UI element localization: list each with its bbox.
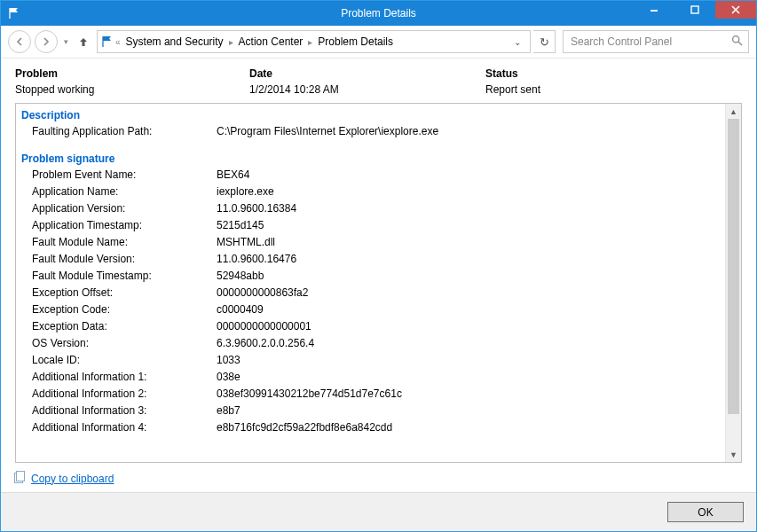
- detail-row: Exception Code:c0000409: [21, 301, 736, 318]
- detail-val: 1033: [217, 352, 736, 369]
- svg-rect-0: [651, 10, 658, 12]
- detail-key: Fault Module Version:: [21, 251, 217, 268]
- detail-row: Exception Data:0000000000000001: [21, 318, 736, 335]
- navigation-bar: ▾ « System and Security ▸ Action Center …: [1, 26, 756, 59]
- breadcrumb-dropdown-button[interactable]: ⌄: [509, 37, 526, 47]
- detail-key: Application Version:: [21, 200, 217, 217]
- detail-val: 11.0.9600.16476: [217, 251, 736, 268]
- detail-val: BEX64: [217, 167, 736, 184]
- window-controls: [634, 1, 756, 26]
- summary-head-status: Status: [485, 67, 742, 80]
- dialog-button-row: OK: [1, 492, 756, 531]
- detail-row: Fault Module Version:11.0.9600.16476: [21, 251, 736, 268]
- detail-key: Fault Module Name:: [21, 234, 217, 251]
- chevron-right-icon: ▸: [229, 37, 233, 47]
- detail-row: Fault Module Timestamp:52948abb: [21, 268, 736, 285]
- detail-val: 038e: [217, 369, 736, 386]
- detail-key: Locale ID:: [21, 352, 217, 369]
- breadcrumb[interactable]: « System and Security ▸ Action Center ▸ …: [97, 30, 531, 53]
- summary-val-problem: Stopped working: [15, 83, 249, 96]
- detail-val: MSHTML.dll: [217, 234, 736, 251]
- detail-key: OS Version:: [21, 335, 217, 352]
- scroll-up-button[interactable]: ▲: [726, 104, 741, 119]
- detail-row: Additional Information 3:e8b7: [21, 403, 736, 419]
- detail-row: Additional Information 1:038e: [21, 369, 736, 386]
- breadcrumb-seg-system-security[interactable]: System and Security: [122, 35, 227, 48]
- scroll-track[interactable]: [726, 119, 741, 447]
- detail-key: Problem Event Name:: [21, 167, 217, 184]
- detail-val: c0000409: [217, 301, 736, 318]
- back-button[interactable]: [8, 30, 31, 53]
- detail-val: e8b716fc9d2cf59a22fbdf8e6a842cdd: [217, 419, 736, 436]
- problem-summary: Problem Stopped working Date 1/2/2014 10…: [1, 59, 756, 103]
- detail-row: Application Version:11.0.9600.16384: [21, 200, 736, 217]
- minimize-button[interactable]: [634, 1, 674, 19]
- copy-to-clipboard-link[interactable]: Copy to clipboard: [31, 473, 114, 485]
- breadcrumb-overflow-icon[interactable]: «: [115, 37, 121, 47]
- search-input[interactable]: [569, 35, 731, 49]
- section-title-signature: Problem signature: [21, 153, 736, 165]
- summary-head-problem: Problem: [15, 67, 249, 80]
- section-title-description: Description: [21, 109, 736, 121]
- breadcrumb-seg-problem-details[interactable]: Problem Details: [314, 35, 397, 48]
- detail-key: Exception Offset:: [21, 285, 217, 301]
- detail-val: 0000000000863fa2: [217, 285, 736, 301]
- detail-row: Fault Module Name:MSHTML.dll: [21, 234, 736, 251]
- ok-button[interactable]: OK: [667, 502, 744, 522]
- detail-val: 038ef30991430212be774d51d7e7c61c: [217, 386, 736, 403]
- detail-val: 52948abb: [217, 268, 736, 285]
- detail-key: Application Timestamp:: [21, 217, 217, 234]
- detail-row: Exception Offset:0000000000863fa2: [21, 285, 736, 301]
- detail-row: Locale ID:1033: [21, 352, 736, 369]
- detail-val: 5215d145: [217, 217, 736, 234]
- summary-head-date: Date: [249, 67, 485, 80]
- detail-row: OS Version:6.3.9600.2.0.0.256.4: [21, 335, 736, 352]
- detail-key: Additional Information 1:: [21, 369, 217, 386]
- summary-val-status: Report sent: [485, 83, 742, 96]
- svg-point-2: [733, 36, 739, 43]
- svg-rect-1: [691, 6, 698, 13]
- detail-row: Problem Event Name:BEX64: [21, 167, 736, 184]
- detail-row: Additional Information 2:038ef3099143021…: [21, 386, 736, 403]
- detail-row: Application Timestamp:5215d145: [21, 217, 736, 234]
- svg-rect-4: [17, 472, 25, 481]
- detail-row: Faulting Application Path: C:\Program Fi…: [21, 123, 736, 140]
- detail-key: Exception Code:: [21, 301, 217, 318]
- detail-row: Additional Information 4:e8b716fc9d2cf59…: [21, 419, 736, 436]
- detail-key: Application Name:: [21, 184, 217, 200]
- detail-key: Exception Data:: [21, 318, 217, 335]
- details-box: Description Faulting Application Path: C…: [15, 103, 742, 463]
- breadcrumb-seg-action-center[interactable]: Action Center: [235, 35, 307, 48]
- detail-key: Additional Information 3:: [21, 403, 217, 419]
- copy-icon: [13, 470, 26, 487]
- detail-key: Fault Module Timestamp:: [21, 268, 217, 285]
- problem-details-window: Problem Details ▾: [0, 0, 757, 532]
- content-area: Problem Stopped working Date 1/2/2014 10…: [1, 59, 756, 531]
- detail-val: 0000000000000001: [217, 318, 736, 335]
- search-icon: [731, 35, 743, 49]
- detail-val: iexplore.exe: [217, 184, 736, 200]
- detail-key: Additional Information 2:: [21, 386, 217, 403]
- scroll-thumb[interactable]: [728, 119, 739, 414]
- close-button[interactable]: [715, 1, 756, 19]
- action-center-flag-icon: [8, 7, 20, 20]
- summary-val-date: 1/2/2014 10:28 AM: [249, 83, 485, 96]
- vertical-scrollbar[interactable]: ▲ ▼: [725, 104, 741, 462]
- search-box[interactable]: [563, 30, 749, 53]
- chevron-right-icon: ▸: [308, 37, 312, 47]
- titlebar: Problem Details: [1, 1, 756, 26]
- detail-key: Additional Information 4:: [21, 419, 217, 436]
- detail-val: 11.0.9600.16384: [217, 200, 736, 217]
- maximize-button[interactable]: [674, 1, 715, 19]
- detail-key: Faulting Application Path:: [21, 123, 217, 140]
- up-button[interactable]: [74, 32, 93, 51]
- detail-val: C:\Program Files\Internet Explorer\iexpl…: [217, 123, 736, 140]
- detail-row: Application Name:iexplore.exe: [21, 184, 736, 200]
- control-panel-flag-icon: [101, 35, 114, 48]
- refresh-button[interactable]: ↻: [533, 30, 556, 53]
- detail-val: 6.3.9600.2.0.0.256.4: [217, 335, 736, 352]
- scroll-down-button[interactable]: ▼: [726, 447, 741, 462]
- copy-row: Copy to clipboard: [1, 463, 756, 492]
- recent-locations-button[interactable]: ▾: [61, 37, 70, 46]
- forward-button[interactable]: [35, 30, 58, 53]
